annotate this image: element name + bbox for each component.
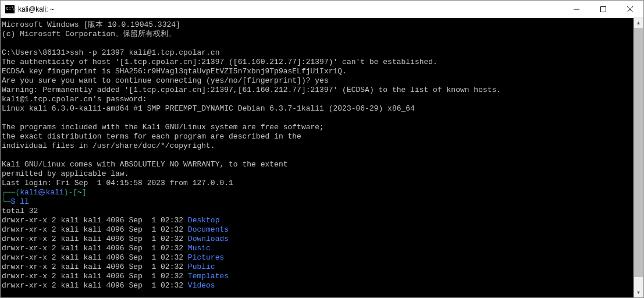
close-button[interactable] bbox=[617, 1, 643, 17]
maximize-icon bbox=[600, 6, 606, 12]
text-line: individual files in /usr/share/doc/*/cop… bbox=[2, 141, 215, 150]
scroll-track[interactable] bbox=[634, 28, 643, 288]
ls-row: drwxr-xr-x 2 kali kali 4096 Sep 1 02:32 … bbox=[2, 235, 229, 243]
prompt-end: ] bbox=[82, 188, 87, 197]
ls-row: drwxr-xr-x 2 kali kali 4096 Sep 1 02:32 … bbox=[2, 272, 229, 281]
text-line: total 32 bbox=[2, 207, 38, 215]
ls-dirname: Desktop bbox=[188, 216, 220, 225]
ls-perms: drwxr-xr-x 2 kali kali 4096 Sep 1 02:32 bbox=[2, 235, 188, 243]
ls-dirname: Videos bbox=[188, 281, 215, 290]
prompt-sep: )-[ bbox=[64, 188, 77, 197]
text-line: The programs included with the Kali GNU/… bbox=[2, 123, 324, 132]
text-line: Last login: Fri Sep 1 04:15:58 2023 from… bbox=[2, 179, 233, 187]
text-line: C:\Users\86131>ssh -p 21397 kali@1.tcp.c… bbox=[2, 48, 219, 57]
text-line: Warning: Permanently added '[1.tcp.cpola… bbox=[2, 86, 501, 94]
window-controls bbox=[563, 1, 643, 17]
ls-perms: drwxr-xr-x 2 kali kali 4096 Sep 1 02:32 bbox=[2, 272, 188, 281]
svg-rect-1 bbox=[601, 6, 606, 12]
ls-dirname: Templates bbox=[188, 272, 229, 281]
prompt-dollar: $ bbox=[11, 197, 20, 206]
scroll-thumb[interactable] bbox=[634, 28, 643, 277]
ls-perms: drwxr-xr-x 2 kali kali 4096 Sep 1 02:32 bbox=[2, 253, 188, 262]
app-icon bbox=[5, 5, 15, 13]
ls-perms: drwxr-xr-x 2 kali kali 4096 Sep 1 02:32 bbox=[2, 225, 188, 234]
ls-perms: drwxr-xr-x 2 kali kali 4096 Sep 1 02:32 bbox=[2, 262, 188, 271]
scroll-down-button[interactable]: ▼ bbox=[634, 288, 643, 297]
prompt-path: ~ bbox=[77, 188, 82, 197]
minimize-icon bbox=[574, 6, 579, 12]
ls-row: drwxr-xr-x 2 kali kali 4096 Sep 1 02:32 … bbox=[2, 225, 229, 234]
text-line: Kali GNU/Linux comes with ABSOLUTELY NO … bbox=[2, 160, 287, 169]
text-line: The authenticity of host '[1.tcp.cpolar.… bbox=[2, 58, 437, 66]
ls-perms: drwxr-xr-x 2 kali kali 4096 Sep 1 02:32 bbox=[2, 281, 188, 290]
text-line: kali@1.tcp.cpolar.cn's password: bbox=[2, 95, 147, 104]
terminal-output[interactable]: Microsoft Windows [版本 10.0.19045.3324] (… bbox=[1, 18, 634, 297]
minimize-button[interactable] bbox=[563, 1, 590, 17]
ls-perms: drwxr-xr-x 2 kali kali 4096 Sep 1 02:32 bbox=[2, 244, 188, 253]
titlebar[interactable]: kali@kali: ~ bbox=[1, 1, 643, 18]
prompt-user: kali㉿kali bbox=[20, 188, 63, 197]
text-line: permitted by applicable law. bbox=[2, 169, 129, 178]
text-line: (c) Microsoft Corporation。保留所有权利。 bbox=[2, 30, 176, 38]
prompt-corner2: └─ bbox=[2, 197, 11, 206]
ls-row: drwxr-xr-x 2 kali kali 4096 Sep 1 02:32 … bbox=[2, 253, 224, 262]
terminal-area: Microsoft Windows [版本 10.0.19045.3324] (… bbox=[1, 18, 643, 297]
scroll-up-button[interactable]: ▲ bbox=[634, 18, 643, 28]
ls-perms: drwxr-xr-x 2 kali kali 4096 Sep 1 02:32 bbox=[2, 216, 188, 225]
ls-row: drwxr-xr-x 2 kali kali 4096 Sep 1 02:32 … bbox=[2, 244, 211, 253]
ls-dirname: Public bbox=[188, 262, 215, 271]
prompt-corner: ┌──( bbox=[2, 188, 20, 197]
close-icon bbox=[627, 6, 633, 12]
terminal-window: kali@kali: ~ Microsoft Windows [版本 10.0.… bbox=[0, 0, 644, 298]
ls-row: drwxr-xr-x 2 kali kali 4096 Sep 1 02:32 … bbox=[2, 216, 219, 225]
ls-dirname: Documents bbox=[188, 225, 229, 234]
window-title: kali@kali: ~ bbox=[18, 5, 563, 13]
command-input: ll bbox=[20, 197, 29, 206]
text-line: Linux kali 6.3.0-kali1-amd64 #1 SMP PREE… bbox=[2, 104, 415, 113]
maximize-button[interactable] bbox=[590, 1, 617, 17]
scrollbar[interactable]: ▲ ▼ bbox=[634, 18, 643, 297]
ls-dirname: Pictures bbox=[188, 253, 224, 262]
text-line: ECDSA key fingerprint is SHA256:r9HVagl3… bbox=[2, 67, 347, 76]
text-line: Are you sure you want to continue connec… bbox=[2, 76, 329, 85]
ls-row: drwxr-xr-x 2 kali kali 4096 Sep 1 02:32 … bbox=[2, 281, 215, 290]
text-line: the exact distribution terms for each pr… bbox=[2, 132, 301, 141]
ls-dirname: Downloads bbox=[188, 235, 229, 243]
ls-row: drwxr-xr-x 2 kali kali 4096 Sep 1 02:32 … bbox=[2, 262, 215, 271]
text-line: Microsoft Windows [版本 10.0.19045.3324] bbox=[2, 20, 180, 29]
ls-dirname: Music bbox=[188, 244, 211, 253]
